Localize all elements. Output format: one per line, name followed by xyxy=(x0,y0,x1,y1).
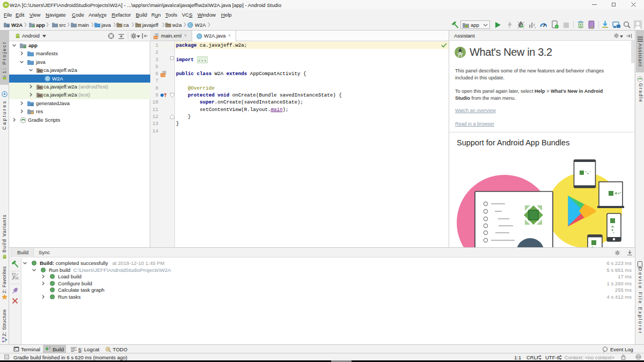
svg-text:C: C xyxy=(198,34,201,39)
svg-text:C: C xyxy=(189,23,192,27)
svg-text:C: C xyxy=(46,76,49,81)
svg-text:ab: ab xyxy=(15,276,19,280)
svg-text:<>: <> xyxy=(161,73,165,77)
svg-text:<>: <> xyxy=(154,35,158,39)
